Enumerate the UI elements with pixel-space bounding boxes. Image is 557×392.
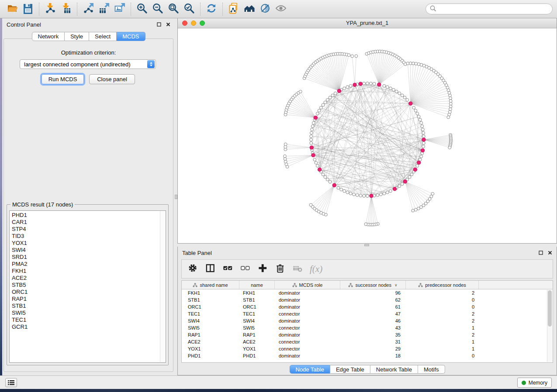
search-box[interactable] [426, 3, 553, 14]
cell-MCDS-role[interactable]: dominator [275, 303, 340, 310]
mcds-result-item[interactable]: ACE2 [10, 275, 159, 282]
gear-button[interactable] [187, 263, 198, 275]
minimize-window-icon[interactable] [191, 21, 196, 26]
cell-successor-nodes[interactable]: 29 [340, 345, 406, 352]
cell-successor-nodes[interactable]: 31 [340, 338, 406, 345]
horizontal-splitter-handle[interactable] [364, 244, 369, 246]
table-row[interactable]: PHD1PHD1dominator180 [182, 352, 553, 359]
criterion-dropdown[interactable]: largest connected component (undirected) [20, 59, 156, 69]
mcds-result-item[interactable]: SRD1 [10, 254, 159, 261]
cell-successor-nodes[interactable]: 46 [340, 317, 406, 324]
mcds-result-item[interactable]: ORC1 [10, 289, 159, 296]
tab-node-table[interactable]: Node Table [289, 365, 330, 374]
unchecked-boxes-button[interactable] [240, 263, 251, 275]
horizontal-splitter[interactable] [177, 244, 557, 247]
cell-MCDS-role[interactable]: connector [275, 310, 340, 317]
table-row[interactable]: FKH1FKH1dominator962 [182, 289, 553, 296]
table-row[interactable]: SWI5SWI5connector431 [182, 324, 553, 331]
cell-successor-nodes[interactable]: 47 [340, 310, 406, 317]
mcds-result-item[interactable]: YOX1 [10, 240, 159, 247]
houses-button[interactable] [242, 2, 257, 17]
cell-name[interactable]: RAP1 [239, 331, 275, 338]
mcds-result-item[interactable]: STB5 [10, 282, 159, 289]
column-header-shared-name[interactable]: shared name [182, 281, 239, 289]
mcds-result-item[interactable]: STB1 [10, 303, 159, 309]
save-floppy-button[interactable] [20, 2, 36, 17]
cell-shared-name[interactable]: TEC1 [182, 310, 239, 317]
mcds-result-list[interactable]: PHD1CAR1STP4TID3YOX1SWI4SRD1PMA2FKH1ACE2… [9, 210, 166, 363]
close-panel-button[interactable]: Close panel [89, 74, 135, 84]
cell-successor-nodes[interactable]: 62 [340, 296, 406, 303]
cell-name[interactable]: PHD1 [239, 352, 275, 359]
cell-shared-name[interactable]: STB1 [182, 296, 239, 303]
cell-name[interactable]: YOX1 [239, 345, 275, 352]
column-header-successor-nodes[interactable]: successor nodes∨ [340, 281, 406, 289]
cell-name[interactable]: FKH1 [239, 289, 275, 296]
zoom-out-button[interactable] [150, 2, 166, 17]
cell-shared-name[interactable]: ORC1 [182, 303, 239, 310]
export-table-button[interactable] [96, 2, 112, 17]
import-table-button[interactable] [58, 2, 74, 17]
cell-name[interactable]: STB1 [239, 296, 275, 303]
cell-MCDS-role[interactable]: connector [275, 324, 340, 331]
column-header-predecessor-nodes[interactable]: predecessor nodes [406, 281, 479, 289]
tab-edge-table[interactable]: Edge Table [330, 365, 370, 374]
circle-slash-button[interactable] [257, 2, 273, 17]
cell-MCDS-role[interactable]: dominator [275, 296, 340, 303]
cell-shared-name[interactable]: ACE2 [182, 338, 239, 345]
checked-boxes-button[interactable] [222, 263, 233, 275]
cell-name[interactable]: SWI5 [239, 324, 275, 331]
mcds-result-item[interactable]: STP4 [10, 226, 159, 233]
status-menu-button[interactable] [5, 378, 17, 387]
tab-network[interactable]: Network [31, 32, 65, 41]
cell-MCDS-role[interactable]: dominator [275, 317, 340, 324]
column-header-name[interactable]: name [239, 281, 275, 289]
plus-button[interactable] [257, 263, 268, 275]
mcds-result-item[interactable]: SWI5 [10, 309, 159, 316]
cell-successor-nodes[interactable]: 61 [340, 303, 406, 310]
cell-shared-name[interactable]: SWI5 [182, 324, 239, 331]
column-header-MCDS-role[interactable]: MCDS role [275, 281, 340, 289]
open-folder-button[interactable] [4, 2, 20, 17]
cell-successor-nodes[interactable]: 18 [340, 352, 406, 359]
mcds-result-item[interactable]: PHD1 [10, 212, 159, 219]
cell-shared-name[interactable]: FKH1 [182, 289, 239, 296]
cell-MCDS-role[interactable]: dominator [275, 352, 340, 359]
cell-predecessor-nodes[interactable]: 0 [406, 296, 479, 303]
result-list-scrollbar[interactable] [160, 211, 166, 362]
mcds-result-item[interactable]: CAR1 [10, 219, 159, 226]
memory-button[interactable]: Memory [517, 378, 552, 388]
cell-predecessor-nodes[interactable]: 1 [406, 324, 479, 331]
cell-MCDS-role[interactable]: connector [275, 345, 340, 352]
cell-MCDS-role[interactable]: connector [275, 338, 340, 345]
cell-predecessor-nodes[interactable]: 1 [406, 338, 479, 345]
mcds-result-item[interactable]: TEC1 [10, 316, 159, 323]
zoom-fit-button[interactable] [166, 2, 181, 17]
cell-predecessor-nodes[interactable]: 2 [406, 310, 479, 317]
export-network-button[interactable] [80, 2, 96, 17]
cell-predecessor-nodes[interactable]: 2 [406, 331, 479, 338]
cell-MCDS-role[interactable]: dominator [275, 331, 340, 338]
search-input[interactable] [439, 6, 548, 12]
table-row[interactable]: ACE2ACE2connector311 [182, 338, 553, 345]
cell-successor-nodes[interactable]: 35 [340, 331, 406, 338]
network-canvas[interactable] [178, 28, 557, 243]
maximize-window-icon[interactable] [200, 21, 205, 26]
cell-successor-nodes[interactable]: 43 [340, 324, 406, 331]
cell-shared-name[interactable]: PHD1 [182, 352, 239, 359]
close-table-panel-icon[interactable] [548, 250, 552, 256]
table-scrollbar-thumb[interactable] [548, 290, 552, 327]
zoom-in-button[interactable] [134, 2, 150, 17]
cell-predecessor-nodes[interactable]: 0 [406, 352, 479, 359]
export-image-button[interactable] [112, 2, 128, 17]
cell-predecessor-nodes[interactable]: 1 [406, 345, 479, 352]
table-row[interactable]: TEC1TEC1connector472 [182, 310, 553, 317]
cell-shared-name[interactable]: SWI4 [182, 317, 239, 324]
mcds-result-item[interactable]: PMA2 [10, 261, 159, 268]
cell-name[interactable]: ACE2 [239, 338, 275, 345]
cell-predecessor-nodes[interactable]: 0 [406, 303, 479, 310]
cell-successor-nodes[interactable]: 96 [340, 289, 406, 296]
trash-button[interactable] [275, 263, 286, 275]
zoom-selected-button[interactable] [181, 2, 197, 17]
split-columns-button[interactable] [205, 263, 216, 275]
